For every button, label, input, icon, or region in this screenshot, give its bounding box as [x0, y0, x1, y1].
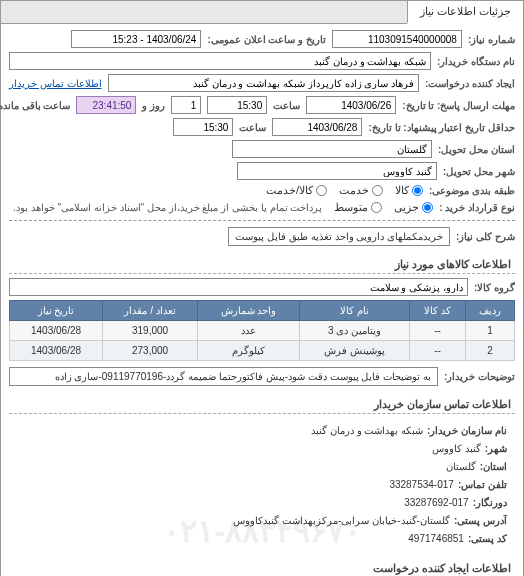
org-fax: 33287692-017 — [404, 494, 469, 512]
cell-code: -- — [409, 341, 465, 361]
cell-code: -- — [409, 321, 465, 341]
valid-until-label: حداقل تاریخ اعتبار پیشنهاد: تا تاریخ: — [368, 122, 515, 133]
need-desc-label: شرح کلی نیاز: — [456, 231, 515, 242]
org-fax-label: دورنگار: — [473, 494, 507, 512]
reply-time-field[interactable] — [207, 96, 267, 114]
radio-mixed[interactable]: کالا/خدمت — [266, 184, 327, 197]
contacts-header: اطلاعات تماس سازمان خریدار — [9, 392, 515, 414]
org-postal-label: کد پستی: — [468, 530, 507, 548]
class-type-group: کالا خدمت کالا/خدمت — [266, 184, 423, 197]
org-address: گلستان-گنبد-خیابان سرابی-مرکزبهداشت گنبد… — [233, 512, 450, 530]
col-idx: ردیف — [466, 301, 515, 321]
tab-need-details[interactable]: جزئیات اطلاعات نیاز — [407, 1, 523, 24]
city-field[interactable] — [237, 162, 437, 180]
radio-minor[interactable]: جزیی — [394, 201, 433, 214]
need-details-panel: جزئیات اطلاعات نیاز شماره نیاز: تاریخ و … — [0, 0, 524, 576]
org-address-label: آدرس پستی: — [454, 512, 507, 530]
items-section-header: اطلاعات کالاهای مورد نیاز — [9, 252, 515, 274]
need-number-label: شماره نیاز: — [468, 34, 515, 45]
treasury-note: پرداخت تمام یا بخشی از مبلغ خرید،از محل … — [13, 202, 322, 213]
requester-header: اطلاعات ایجاد کننده درخواست — [9, 556, 515, 576]
cell-idx: 1 — [466, 321, 515, 341]
cell-date: 1403/06/28 — [10, 341, 103, 361]
contract-type-group: جزیی متوسط پرداخت تمام یا بخشی از مبلغ خ… — [13, 201, 433, 214]
group-field[interactable] — [9, 278, 468, 296]
table-row[interactable]: 1--ویتامین دی 3عدد319,0001403/06/28 — [10, 321, 515, 341]
days-label: روز و — [142, 100, 165, 111]
cell-idx: 2 — [466, 341, 515, 361]
radio-service-label: خدمت — [339, 184, 369, 197]
org-phone: 33287534-017 — [389, 476, 454, 494]
announce-label: تاریخ و ساعت اعلان عمومی: — [207, 34, 325, 45]
cell-date: 1403/06/28 — [10, 321, 103, 341]
announce-field[interactable] — [71, 30, 201, 48]
radio-mixed-label: کالا/خدمت — [266, 184, 313, 197]
org-city-label: شهر: — [485, 440, 507, 458]
tab-bar: جزئیات اطلاعات نیاز — [1, 1, 523, 24]
org-name-label: نام سازمان خریدار: — [427, 422, 507, 440]
radio-goods-label: کالا — [395, 184, 409, 197]
items-table: ردیف کد کالا نام کالا واحد شمارش تعداد /… — [9, 300, 515, 361]
remaining-label: ساعت باقی مانده — [0, 100, 70, 111]
radio-service[interactable]: خدمت — [339, 184, 383, 197]
reply-date-field[interactable] — [306, 96, 396, 114]
requester-field[interactable] — [108, 74, 420, 92]
cell-qty: 273,000 — [103, 341, 198, 361]
table-row[interactable]: 2--پوشینش فرشکیلوگرم273,0001403/06/28 — [10, 341, 515, 361]
cell-name: پوشینش فرش — [300, 341, 410, 361]
buyer-note-label: توضیحات خریدار: — [444, 371, 515, 382]
cell-name: ویتامین دی 3 — [300, 321, 410, 341]
requester-label: ایجاد کننده درخواست: — [425, 78, 515, 89]
contract-type-label: نوع قرارداد خرید : — [439, 202, 515, 213]
need-desc-field: خریدمکملهای دارویی واحد تغذیه طبق فایل پ… — [228, 227, 450, 246]
buyer-org-field[interactable] — [9, 52, 431, 70]
buyer-org-label: نام دستگاه خریدار: — [437, 56, 515, 67]
group-label: گروه کالا: — [474, 282, 515, 293]
province-label: استان محل تحویل: — [438, 144, 515, 155]
city-label: شهر محل تحویل: — [443, 166, 515, 177]
valid-date-field[interactable] — [272, 118, 362, 136]
cell-unit: کیلوگرم — [198, 341, 300, 361]
col-qty: تعداد / مقدار — [103, 301, 198, 321]
org-province: گلستان — [446, 458, 476, 476]
cell-qty: 319,000 — [103, 321, 198, 341]
col-date: تاریخ نیاز — [10, 301, 103, 321]
need-number-field[interactable] — [332, 30, 462, 48]
buyer-contact-link[interactable]: اطلاعات تماس خریدار — [9, 78, 102, 89]
buyer-note-text: به توضیحات فایل پیوست دقت شود-پیش فاکتور… — [9, 367, 438, 386]
time-left-field — [76, 96, 136, 114]
days-left-field — [171, 96, 201, 114]
radio-medium-label: متوسط — [334, 201, 368, 214]
radio-minor-label: جزیی — [394, 201, 419, 214]
org-name: شبکه بهداشت و درمان گنبد — [311, 422, 423, 440]
col-code: کد کالا — [409, 301, 465, 321]
valid-time-field[interactable] — [173, 118, 233, 136]
org-province-label: استان: — [480, 458, 507, 476]
province-field[interactable] — [232, 140, 432, 158]
time-label-1: ساعت — [273, 100, 300, 111]
cell-unit: عدد — [198, 321, 300, 341]
class-type-label: طبقه بندی موضوعی: — [429, 185, 515, 196]
org-postal: 4971746851 — [408, 530, 464, 548]
radio-goods[interactable]: کالا — [395, 184, 423, 197]
reply-until-label: مهلت ارسال پاسخ: تا تاریخ: — [402, 100, 515, 111]
org-phone-label: تلفن تماس: — [458, 476, 507, 494]
time-label-2: ساعت — [239, 122, 266, 133]
col-unit: واحد شمارش — [198, 301, 300, 321]
form-area: شماره نیاز: تاریخ و ساعت اعلان عمومی: نا… — [1, 24, 523, 576]
radio-medium[interactable]: متوسط — [334, 201, 382, 214]
col-name: نام کالا — [300, 301, 410, 321]
org-city: گنبد کاووس — [432, 440, 481, 458]
org-info-block: نام سازمان خریدار:شبکه بهداشت و درمان گن… — [9, 418, 515, 552]
